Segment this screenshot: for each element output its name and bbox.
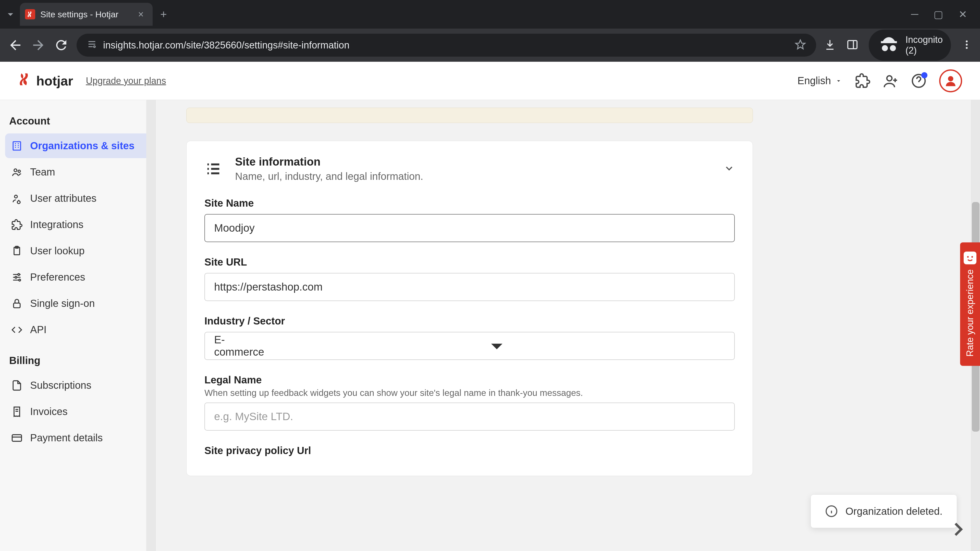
sidebar-item-payment-details[interactable]: Payment details	[5, 426, 150, 450]
legal-name-input[interactable]	[204, 403, 735, 430]
sidebar-item-label: Payment details	[30, 432, 103, 444]
puzzle-icon	[11, 219, 22, 230]
svg-point-10	[14, 169, 17, 171]
collapse-chevron-icon[interactable]	[724, 163, 735, 175]
svg-point-21	[967, 256, 969, 258]
card-subtitle: Name, url, industry, and legal informati…	[235, 171, 423, 182]
user-cog-icon	[11, 193, 22, 204]
hotjar-favicon-icon	[25, 9, 35, 19]
svg-point-17	[19, 279, 21, 281]
privacy-url-label: Site privacy policy Url	[204, 445, 735, 456]
site-security-icon[interactable]	[87, 39, 97, 51]
sidebar-item-single-sign-on[interactable]: Single sign-on	[5, 291, 150, 316]
hotjar-flame-icon	[18, 72, 32, 89]
site-url-label: Site URL	[204, 256, 735, 268]
industry-select[interactable]: E-commerce	[204, 332, 735, 360]
svg-rect-1	[848, 41, 857, 49]
svg-point-22	[971, 256, 973, 258]
list-icon	[204, 160, 222, 178]
help-fab-icon[interactable]	[947, 518, 970, 541]
bookmark-star-icon[interactable]	[795, 39, 806, 51]
sidebar-item-organizations-sites[interactable]: Organizations & sites	[5, 133, 150, 158]
tab-search-dropdown[interactable]	[4, 8, 17, 21]
sidebar-item-label: User lookup	[30, 245, 84, 257]
svg-point-11	[18, 170, 21, 172]
minimize-button[interactable]: ─	[911, 8, 918, 20]
language-label: English	[797, 75, 831, 86]
svg-point-15	[18, 273, 20, 275]
forward-button[interactable]	[30, 38, 46, 53]
building-icon	[11, 140, 22, 151]
sidebar-item-preferences[interactable]: Preferences	[5, 265, 150, 289]
browser-toolbar: insights.hotjar.com/site/3825660/setting…	[0, 29, 980, 62]
close-window-button[interactable]: ✕	[959, 8, 967, 20]
sidebar-item-label: Invoices	[30, 406, 68, 417]
sidebar-item-label: Preferences	[30, 272, 85, 283]
main-content: Site information Name, url, industry, an…	[156, 100, 980, 551]
tab-title: Site settings - Hotjar	[40, 10, 130, 19]
team-icon	[11, 167, 22, 178]
toast-message: Organization deleted.	[845, 506, 942, 517]
site-url-input[interactable]	[204, 273, 735, 301]
sliders-icon	[11, 272, 22, 283]
back-button[interactable]	[8, 38, 23, 53]
industry-label: Industry / Sector	[204, 315, 735, 327]
code-icon	[11, 324, 22, 335]
info-icon	[825, 505, 838, 518]
svg-rect-19	[12, 435, 22, 441]
site-name-label: Site Name	[204, 197, 735, 209]
sidebar-item-team[interactable]: Team	[5, 160, 150, 184]
tab-close-button[interactable]: ×	[136, 9, 146, 20]
downloads-icon[interactable]	[824, 38, 836, 52]
svg-point-16	[15, 276, 17, 278]
legal-name-help: When setting up feedback widgets you can…	[204, 388, 735, 398]
svg-rect-9	[13, 141, 21, 150]
url-text: insights.hotjar.com/site/3825660/setting…	[103, 40, 789, 51]
sidebar-item-label: User attributes	[30, 192, 97, 204]
sidebar-item-api[interactable]: API	[5, 318, 150, 342]
help-icon[interactable]	[911, 73, 926, 89]
upgrade-plans-link[interactable]: Upgrade your plans	[86, 76, 166, 86]
browser-tab-strip: Site settings - Hotjar × + ─ ▢ ✕	[0, 0, 980, 29]
side-panel-icon[interactable]	[846, 38, 859, 52]
sidebar-item-label: Organizations & sites	[30, 140, 135, 151]
incognito-label: Incognito (2)	[905, 35, 943, 56]
browser-menu-icon[interactable]	[961, 39, 972, 51]
address-bar[interactable]: insights.hotjar.com/site/3825660/setting…	[76, 34, 816, 57]
hotjar-logo[interactable]: hotjar	[18, 72, 73, 89]
browser-tab[interactable]: Site settings - Hotjar ×	[20, 3, 153, 26]
notice-banner	[186, 108, 753, 123]
svg-point-4	[966, 44, 967, 45]
document-icon	[11, 380, 22, 391]
feedback-tab[interactable]: Rate your experience	[960, 242, 980, 366]
integrations-icon[interactable]	[855, 73, 870, 89]
svg-point-8	[948, 76, 953, 81]
maximize-button[interactable]: ▢	[934, 8, 943, 20]
sidebar-item-user-lookup[interactable]: User lookup	[5, 238, 150, 263]
incognito-indicator[interactable]: Incognito (2)	[869, 30, 951, 61]
sidebar-scrollbar[interactable]	[146, 100, 156, 551]
new-tab-button[interactable]: +	[160, 8, 167, 21]
svg-rect-18	[14, 303, 20, 308]
sidebar-item-invoices[interactable]: Invoices	[5, 399, 150, 424]
site-name-input[interactable]	[204, 214, 735, 242]
svg-point-3	[966, 41, 967, 42]
card-title: Site information	[235, 156, 423, 168]
svg-point-12	[14, 195, 18, 198]
sidebar-item-label: API	[30, 324, 46, 335]
legal-name-label: Legal Name	[204, 374, 735, 386]
sidebar-item-label: Integrations	[30, 219, 83, 230]
language-selector[interactable]: English	[797, 75, 842, 86]
logo-text: hotjar	[36, 73, 73, 89]
lock-icon	[11, 298, 22, 309]
user-avatar[interactable]	[939, 69, 962, 92]
svg-point-0	[94, 46, 95, 48]
notification-dot-icon	[921, 72, 928, 78]
reload-button[interactable]	[54, 38, 69, 53]
sidebar-item-label: Team	[30, 166, 55, 178]
sidebar-item-subscriptions[interactable]: Subscriptions	[5, 373, 150, 398]
sidebar-item-integrations[interactable]: Integrations	[5, 212, 150, 237]
settings-sidebar: Account Organizations & sites Team User …	[0, 100, 156, 551]
sidebar-item-user-attributes[interactable]: User attributes	[5, 186, 150, 211]
invite-user-icon[interactable]	[883, 73, 898, 89]
